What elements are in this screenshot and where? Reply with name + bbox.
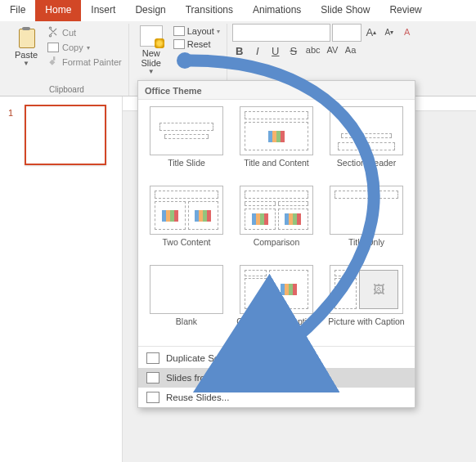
decrease-font-button[interactable]: A▾ [381, 24, 397, 40]
char-spacing-button[interactable]: AV [327, 45, 339, 57]
layout-content-caption[interactable]: Content with Caption [235, 263, 318, 339]
tab-file[interactable]: File [0, 0, 35, 21]
reset-label: Reset [187, 39, 211, 49]
reuse-icon [146, 392, 159, 403]
tab-design[interactable]: Design [125, 0, 175, 21]
slide-thumbnail-panel[interactable]: 1 [0, 96, 123, 462]
duplicate-icon [146, 352, 159, 364]
layout-button[interactable]: Layout ▾ [172, 25, 222, 37]
layout-title-only[interactable]: Title Only [325, 184, 408, 260]
font-size-select[interactable] [332, 24, 361, 42]
new-slide-dropdown: Office Theme Title Slide Title and Conte… [137, 80, 415, 408]
new-slide-button[interactable]: New Slide ▼ [134, 24, 168, 75]
slide-thumbnail[interactable] [25, 105, 106, 165]
new-slide-icon [140, 25, 163, 47]
tab-transitions[interactable]: Transitions [176, 0, 243, 21]
layout-comparison[interactable]: Comparison [235, 184, 318, 260]
layout-two-content[interactable]: Two Content [145, 184, 228, 260]
reset-button[interactable]: Reset [172, 38, 222, 50]
paste-icon [16, 25, 37, 48]
change-case-button[interactable]: Aa [345, 45, 357, 57]
paste-button[interactable]: Paste ▼ [10, 24, 43, 70]
tab-animations[interactable]: Animations [243, 0, 311, 21]
outline-icon [146, 372, 159, 384]
copy-icon [47, 43, 59, 52]
slide-number: 1 [8, 108, 13, 118]
duplicate-slides-item[interactable]: Duplicate Selected Slides [138, 348, 415, 368]
svg-rect-0 [53, 56, 55, 61]
format-painter-button[interactable]: Format Painter [46, 55, 123, 70]
layout-gallery: Title Slide Title and Content Section He… [138, 100, 415, 344]
underline-button[interactable]: U [270, 45, 281, 57]
increase-font-button[interactable]: A▴ [363, 24, 379, 40]
layout-picture-caption[interactable]: 🖼 Picture with Caption [325, 263, 408, 339]
copy-label: Copy [62, 43, 83, 52]
paste-label: Paste [15, 50, 38, 60]
chevron-down-icon: ▼ [148, 68, 155, 75]
slides-from-outline-item[interactable]: Slides from Outline... [138, 368, 415, 388]
clear-format-button[interactable]: A [399, 24, 415, 40]
tab-insert[interactable]: Insert [81, 0, 125, 21]
tab-review[interactable]: Review [379, 0, 431, 21]
cut-button[interactable]: Cut [46, 25, 123, 40]
layout-section-header[interactable]: Section Header [325, 105, 408, 181]
bold-button[interactable]: B [234, 45, 245, 57]
tab-slideshow[interactable]: Slide Show [311, 0, 379, 21]
layout-title-slide[interactable]: Title Slide [145, 105, 228, 181]
cut-label: Cut [62, 28, 76, 38]
font-family-select[interactable] [232, 24, 330, 42]
scissors-icon [47, 26, 59, 39]
dropdown-menu: Duplicate Selected Slides Slides from Ou… [138, 348, 415, 407]
layout-blank[interactable]: Blank [145, 263, 228, 339]
ribbon-tabs: File Home Insert Design Transitions Anim… [0, 0, 476, 21]
dropdown-header: Office Theme [138, 81, 415, 100]
clipboard-group-label: Clipboard [10, 85, 123, 96]
strikethrough-button[interactable]: S [288, 45, 299, 57]
chevron-down-icon: ▾ [217, 28, 220, 35]
layout-title-content[interactable]: Title and Content [235, 105, 318, 181]
new-slide-label: New Slide [141, 48, 161, 68]
layout-label: Layout [187, 26, 214, 36]
chevron-down-icon: ▼ [23, 60, 29, 67]
italic-button[interactable]: I [252, 45, 263, 57]
clipboard-group: Paste ▼ Cut Copy ▾ [5, 24, 129, 96]
layout-icon [173, 26, 185, 36]
copy-button[interactable]: Copy ▾ [46, 42, 123, 53]
brush-icon [47, 56, 59, 69]
reuse-slides-item[interactable]: Reuse Slides... [138, 388, 415, 407]
reset-icon [173, 39, 185, 49]
chevron-down-icon: ▾ [87, 44, 90, 52]
tab-home[interactable]: Home [35, 0, 81, 21]
shadow-button[interactable]: abc [306, 45, 321, 57]
format-painter-label: Format Painter [62, 57, 122, 67]
